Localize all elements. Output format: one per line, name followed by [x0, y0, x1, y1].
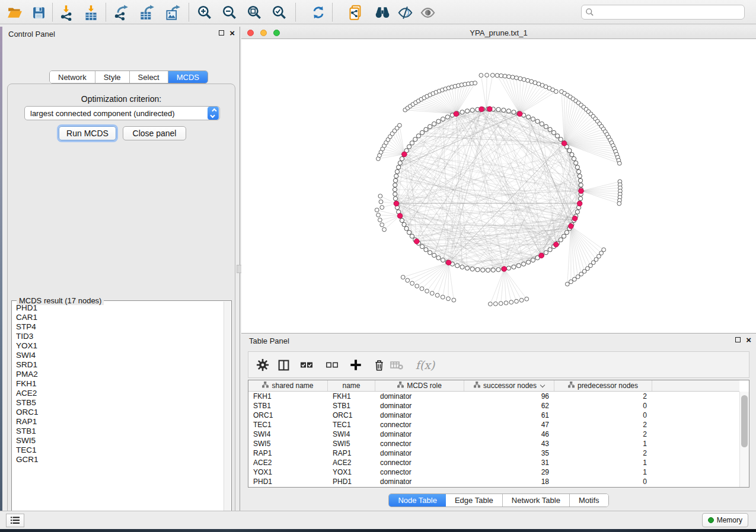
delete-table-icon[interactable] [389, 357, 404, 373]
table-row[interactable]: FKH1FKH1dominator962 [248, 392, 739, 401]
mcds-list-scrollbar[interactable] [224, 302, 231, 521]
table-row[interactable]: STB1STB1dominator620 [248, 401, 739, 411]
zoom-selected-icon[interactable] [270, 4, 288, 21]
tab-select[interactable]: Select [130, 71, 168, 83]
task-history-button[interactable] [6, 514, 24, 527]
table-row[interactable]: RAP1RAP1dominator352 [248, 448, 739, 458]
mcds-result-item[interactable]: RAP1 [12, 417, 223, 427]
float-panel-icon[interactable] [219, 30, 224, 36]
column-header-predecessor-nodes[interactable]: predecessor nodes [554, 380, 652, 391]
mcds-result-item[interactable]: CAR1 [12, 313, 223, 322]
table-cell: 31 [464, 458, 554, 467]
table-panel: Table Panel × [241, 333, 756, 511]
network-canvas[interactable] [241, 39, 756, 333]
export-table-icon[interactable] [138, 4, 155, 21]
table-row[interactable]: SWI5SWI5connector431 [248, 439, 739, 448]
mcds-result-item[interactable]: GCR1 [12, 455, 223, 464]
optimization-criterion-select[interactable]: largest connected component (undirected) [24, 106, 220, 120]
mcds-result-item[interactable]: FKH1 [12, 379, 223, 389]
memory-button[interactable]: Memory [702, 513, 748, 527]
sort-chevron-icon[interactable] [540, 382, 545, 387]
mcds-result-item[interactable]: TEC1 [12, 446, 223, 455]
table-cell: YOX1 [328, 467, 375, 477]
mcds-result-item[interactable]: STB1 [12, 427, 223, 436]
table-row[interactable]: TEC1TEC1connector472 [248, 420, 739, 430]
search-network-icon[interactable] [374, 4, 391, 21]
table-row[interactable]: ACE2ACE2connector311 [248, 458, 739, 467]
mcds-result-item[interactable]: SWI5 [12, 436, 223, 446]
column-header-shared-name[interactable]: shared name [248, 380, 328, 391]
mcds-result-item[interactable]: ORC1 [12, 408, 223, 417]
show-columns-icon[interactable] [276, 357, 291, 373]
mcds-result-item[interactable]: PHD1 [12, 303, 223, 313]
tab-edge-table[interactable]: Edge Table [446, 494, 503, 507]
delete-column-trash-icon[interactable] [371, 357, 387, 373]
table-row[interactable]: SWI4SWI4dominator462 [248, 430, 739, 439]
tab-network-table[interactable]: Network Table [503, 494, 570, 507]
close-panel-icon[interactable]: × [229, 30, 235, 36]
tab-motifs[interactable]: Motifs [570, 494, 608, 507]
mcds-result-item[interactable]: PMA2 [12, 370, 223, 379]
mcds-result-item[interactable]: STB5 [12, 398, 223, 408]
refresh-icon[interactable] [310, 4, 327, 21]
table-scrollbar[interactable] [739, 392, 749, 487]
mcds-result-item[interactable]: SRD1 [12, 360, 223, 370]
list-icon [10, 516, 20, 525]
column-header-name[interactable]: name [328, 380, 375, 391]
mcds-result-item[interactable]: STP4 [12, 322, 223, 332]
table-cell: dominator [375, 401, 464, 411]
export-network-icon[interactable] [111, 4, 129, 21]
tab-mcds[interactable]: MCDS [168, 71, 208, 83]
table-cell: PHD1 [328, 477, 375, 486]
deselect-all-rows-icon[interactable] [324, 357, 340, 373]
import-network-icon[interactable] [57, 4, 75, 21]
table-body[interactable]: FKH1FKH1dominator962STB1STB1dominator620… [248, 392, 739, 487]
open-file-icon[interactable] [6, 4, 24, 21]
import-table-icon[interactable] [82, 4, 100, 21]
zoom-in-icon[interactable] [196, 4, 213, 21]
optimization-criterion-label: Optimization criterion: [8, 94, 235, 104]
mcds-result-item[interactable]: SWI4 [12, 351, 223, 360]
network-graph[interactable] [241, 39, 756, 333]
table-cell: FKH1 [248, 392, 328, 401]
column-type-icon [262, 382, 269, 390]
table-scrollbar-thumb[interactable] [741, 395, 748, 447]
mcds-result-item[interactable]: YOX1 [12, 341, 223, 351]
search-box[interactable] [581, 5, 745, 20]
tab-node-table[interactable]: Node Table [389, 494, 446, 507]
column-header-MCDS-role[interactable]: MCDS role [375, 380, 464, 391]
cytoscape-window: Control Panel × NetworkStyleSelectMCDS O… [0, 0, 756, 529]
close-panel-button[interactable]: Close panel [123, 126, 186, 140]
column-header-successor-nodes[interactable]: successor nodes [464, 380, 554, 391]
float-table-panel-icon[interactable] [735, 337, 741, 342]
table-row[interactable]: ORC1ORC1dominator610 [248, 411, 739, 420]
run-mcds-button[interactable]: Run MCDS [59, 126, 116, 140]
mcds-result-item[interactable]: TID3 [12, 332, 223, 341]
save-icon[interactable] [30, 4, 47, 21]
show-selected-icon[interactable] [419, 4, 436, 21]
table-cell: TEC1 [248, 420, 328, 430]
mcds-result-item[interactable]: ACE2 [12, 389, 223, 398]
mcds-result-list[interactable]: PHD1CAR1STP4TID3YOX1SWI4SRD1PMA2FKH1ACE2… [12, 303, 223, 521]
toolbar-separator [189, 3, 189, 21]
close-table-panel-icon[interactable]: × [746, 336, 751, 343]
tab-network[interactable]: Network [50, 71, 95, 83]
export-image-icon[interactable] [164, 4, 181, 21]
tab-style[interactable]: Style [95, 71, 130, 83]
table-row[interactable]: YOX1YOX1connector291 [248, 467, 739, 477]
share-document-icon[interactable] [346, 4, 364, 21]
table-options-gear-icon[interactable] [255, 357, 270, 373]
network-titlebar[interactable]: YPA_prune.txt_1 [241, 27, 756, 39]
function-builder-icon[interactable]: f(x) [413, 357, 437, 373]
select-value: largest connected component (undirected) [25, 109, 207, 118]
table-row[interactable]: PHD1PHD1dominator180 [248, 477, 739, 486]
table-cell: 0 [554, 477, 652, 486]
search-input[interactable] [594, 8, 741, 17]
table-cell: dominator [375, 448, 464, 458]
zoom-out-icon[interactable] [221, 4, 238, 21]
table-cell: RAP1 [248, 448, 328, 458]
zoom-fit-icon[interactable] [245, 4, 263, 21]
hide-selected-icon[interactable] [396, 4, 414, 21]
create-column-icon[interactable] [348, 357, 363, 373]
select-all-rows-icon[interactable] [299, 357, 314, 373]
